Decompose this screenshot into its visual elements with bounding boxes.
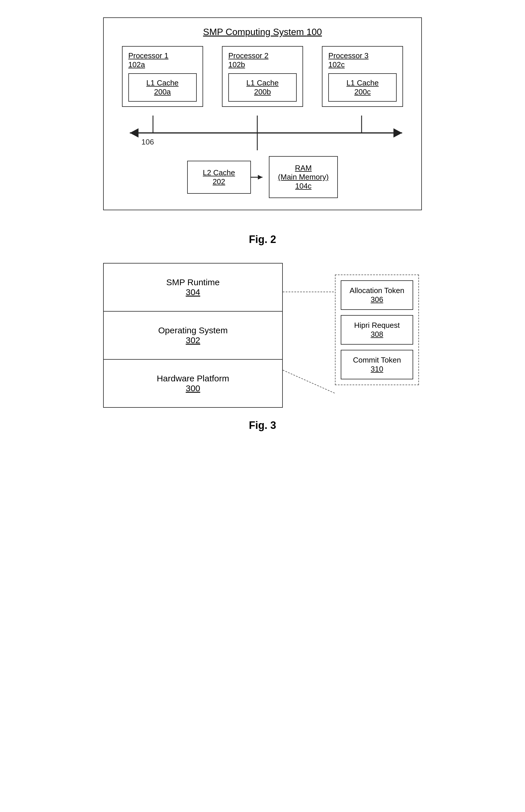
processor-3-box: Processor 3 102c L1 Cache 200c bbox=[322, 46, 403, 107]
processor-2-label: Processor 2 102b bbox=[228, 51, 297, 69]
ram-box: RAM (Main Memory) 104c bbox=[269, 156, 338, 198]
processor-3-label: Processor 3 102c bbox=[328, 51, 396, 69]
fig2-caption: Fig. 2 bbox=[249, 233, 276, 246]
processors-row: Processor 1 102a L1 Cache 200a Processor… bbox=[112, 46, 412, 107]
l1-cache-c-box: L1 Cache 200c bbox=[328, 73, 396, 102]
processor-1-box: Processor 1 102a L1 Cache 200a bbox=[122, 46, 203, 107]
fig2-diagram: SMP Computing System 100 Processor 1 102… bbox=[103, 17, 422, 210]
commit-token-box: Commit Token 310 bbox=[341, 350, 413, 379]
fig2-title-num: 100 bbox=[306, 27, 322, 37]
svg-marker-5 bbox=[393, 128, 402, 138]
processor-1-label: Processor 1 102a bbox=[129, 51, 197, 69]
processor-2-box: Processor 2 102b L1 Cache 200b bbox=[222, 46, 303, 107]
fig2-title: SMP Computing System 100 bbox=[112, 27, 412, 37]
svg-marker-9 bbox=[258, 175, 262, 180]
l1-cache-a-box: L1 Cache 200a bbox=[129, 73, 197, 102]
fig3-tokens-box: Allocation Token 306 Hipri Request 308 C… bbox=[335, 275, 419, 385]
l2-cache-box: L2 Cache 202 bbox=[187, 161, 251, 194]
svg-line-11 bbox=[283, 370, 335, 393]
lower-components-row: L2 Cache 202 RAM (Main Memory) 104c bbox=[112, 156, 412, 198]
bus-svg: 106 bbox=[112, 116, 412, 150]
fig3-main: SMP Runtime 304 Operating System 302 Har… bbox=[103, 263, 422, 408]
fig2-title-text: SMP Computing System bbox=[203, 27, 306, 37]
allocation-token-box: Allocation Token 306 bbox=[341, 280, 413, 310]
bus-area: 106 bbox=[112, 116, 412, 150]
fig3-smp-runtime-layer: SMP Runtime 304 bbox=[104, 263, 282, 311]
fig3-hardware-layer: Hardware Platform 300 bbox=[104, 360, 282, 407]
fig3-left-stack: SMP Runtime 304 Operating System 302 Har… bbox=[103, 263, 283, 408]
fig2-outer-box: SMP Computing System 100 Processor 1 102… bbox=[103, 17, 422, 210]
l1-cache-b-box: L1 Cache 200b bbox=[228, 73, 297, 102]
fig3-caption: Fig. 3 bbox=[249, 419, 276, 431]
l2-to-ram-connector bbox=[250, 173, 268, 182]
hipri-request-box: Hipri Request 308 bbox=[341, 315, 413, 344]
fig3-diagram: SMP Runtime 304 Operating System 302 Har… bbox=[103, 263, 422, 408]
fig3-os-layer: Operating System 302 bbox=[104, 311, 282, 360]
svg-text:106: 106 bbox=[141, 138, 154, 146]
svg-marker-4 bbox=[130, 128, 138, 138]
